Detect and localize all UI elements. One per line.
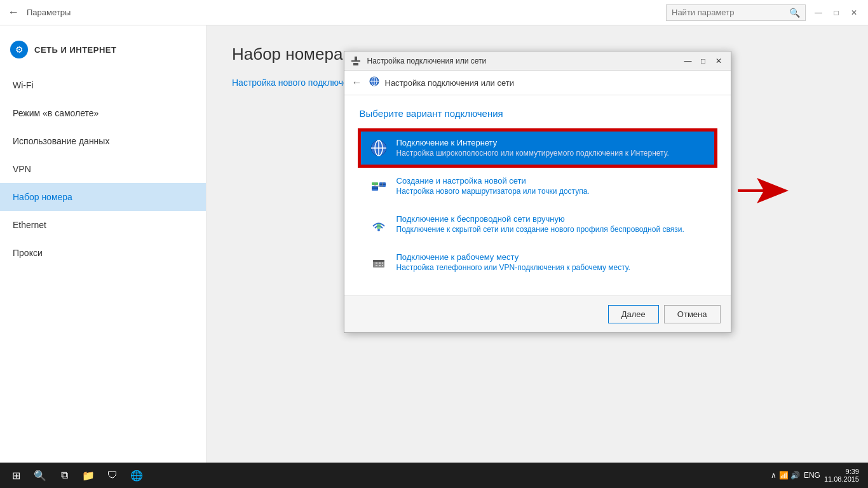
- conn-option-new-network[interactable]: Создание и настройка новой сети Настройк…: [360, 168, 715, 204]
- svg-rect-22: [373, 260, 384, 262]
- svg-rect-28: [382, 265, 383, 266]
- svg-rect-2: [353, 63, 358, 65]
- svg-point-19: [377, 229, 380, 231]
- network-taskbar-button[interactable]: 🌐: [125, 463, 149, 487]
- window-title: Параметры: [27, 8, 71, 17]
- sidebar-item-data-usage[interactable]: Использование данных: [0, 127, 206, 155]
- dialog-wrapper: Настройка подключения или сети — □ ✕ ←: [344, 51, 731, 333]
- start-button[interactable]: ⊞: [4, 463, 28, 487]
- taskbar-system-icons: ∧ 📶 🔊: [771, 471, 800, 480]
- sidebar-item-vpn[interactable]: VPN: [0, 155, 206, 183]
- svg-rect-25: [382, 262, 383, 264]
- svg-rect-23: [376, 262, 377, 264]
- search-input[interactable]: [672, 8, 789, 17]
- dialog-nav-icon: [369, 76, 380, 90]
- conn-option-workplace-desc: Настройка телефонного или VPN-подключени…: [397, 263, 630, 272]
- taskbar-language: ENG: [804, 471, 820, 480]
- dialog-body: Выберите вариант подключения: [344, 95, 731, 295]
- title-bar: ← Параметры 🔍 — □ ✕: [0, 0, 868, 25]
- svg-rect-20: [377, 224, 381, 229]
- conn-option-new-network-desc: Настройка нового маршрутизатора или точк…: [397, 187, 590, 196]
- sidebar-item-airplane[interactable]: Режим «в самолете»: [0, 99, 206, 127]
- dialog-cancel-button[interactable]: Отмена: [664, 305, 721, 323]
- close-button[interactable]: ✕: [848, 6, 860, 19]
- svg-rect-26: [376, 265, 377, 266]
- dialog-title: Настройка подключения или сети: [367, 57, 681, 65]
- conn-option-wireless-text: Подключение к беспроводной сети вручную …: [397, 214, 684, 234]
- settings-taskbar-button[interactable]: 🛡: [100, 463, 125, 487]
- taskbar: ⊞ 🔍 ⧉ 📁 🛡 🌐 ∧ 📶 🔊 ENG 9:39 11.08.2015: [0, 463, 868, 488]
- dialog-window-controls: — □ ✕: [681, 54, 726, 68]
- dialog-titlebar: Настройка подключения или сети — □ ✕: [344, 51, 731, 71]
- dialog-nav: ← Настройка подключения или сети: [344, 71, 731, 95]
- window-controls: — □ ✕: [812, 6, 860, 19]
- dialog-minimize-button[interactable]: —: [681, 54, 695, 68]
- conn-option-workplace[interactable]: Подключение к рабочему месту Настройка т…: [360, 245, 715, 280]
- svg-rect-24: [379, 262, 381, 264]
- taskbar-right: ∧ 📶 🔊 ENG 9:39 11.08.2015: [771, 468, 864, 483]
- file-explorer-button[interactable]: 📁: [76, 463, 100, 487]
- conn-option-workplace-title: Подключение к рабочему месту: [397, 252, 630, 262]
- conn-option-workplace-text: Подключение к рабочему месту Настройка т…: [397, 252, 630, 272]
- dialog-maximize-button[interactable]: □: [696, 54, 710, 68]
- dialog-network-icon: [349, 55, 362, 67]
- search-box[interactable]: 🔍: [666, 4, 806, 21]
- dialog-heading: Выберите вариант подключения: [360, 108, 715, 119]
- settings-icon: ⚙: [10, 41, 28, 58]
- sidebar-item-wifi[interactable]: Wi-Fi: [0, 71, 206, 99]
- svg-rect-12: [372, 187, 378, 189]
- sidebar-item-ethernet[interactable]: Ethernet: [0, 211, 206, 239]
- conn-option-internet-icon: [369, 138, 389, 158]
- task-view-button[interactable]: ⧉: [52, 463, 76, 487]
- sidebar-item-proxy[interactable]: Прокси: [0, 239, 206, 267]
- conn-option-new-network-icon: [369, 176, 389, 196]
- dialog-back-button[interactable]: ←: [352, 77, 362, 88]
- main-layout: ⚙ СЕТЬ И ИНТЕРНЕТ Wi-Fi Режим «в самолет…: [0, 25, 868, 463]
- dialog-overlay: Настройка подключения или сети — □ ✕ ←: [207, 25, 868, 463]
- dialog-nav-title: Настройка подключения или сети: [385, 78, 514, 88]
- dialog-close-button[interactable]: ✕: [712, 54, 726, 68]
- conn-option-internet-title: Подключение к Интернету: [397, 138, 669, 147]
- conn-option-new-network-title: Создание и настройка новой сети: [397, 176, 590, 186]
- search-icon: 🔍: [789, 8, 800, 18]
- dialog-next-button[interactable]: Далее: [608, 305, 659, 323]
- search-button[interactable]: 🔍: [28, 463, 52, 487]
- svg-rect-1: [355, 57, 357, 60]
- sidebar-item-dial-up[interactable]: Набор номера: [0, 183, 206, 211]
- minimize-button[interactable]: —: [812, 6, 825, 19]
- taskbar-time: 9:39: [846, 468, 859, 475]
- conn-option-wireless-manual[interactable]: Подключение к беспроводной сети вручную …: [360, 207, 715, 242]
- sidebar-title: СЕТЬ И ИНТЕРНЕТ: [34, 45, 116, 55]
- conn-option-internet[interactable]: Подключение к Интернету Настройка широко…: [360, 130, 715, 166]
- dialog-footer: Далее Отмена: [344, 295, 731, 332]
- content-area: Набор номера Настройка нового подключени…: [207, 25, 868, 463]
- taskbar-date: 11.08.2015: [824, 475, 859, 483]
- svg-marker-29: [738, 178, 789, 203]
- red-arrow: [738, 178, 789, 206]
- conn-option-wireless-icon: [369, 214, 389, 234]
- conn-option-internet-desc: Настройка широкополосного или коммутируе…: [397, 149, 669, 158]
- back-button[interactable]: ←: [8, 6, 19, 19]
- conn-option-workplace-icon: [369, 252, 389, 273]
- dialog: Настройка подключения или сети — □ ✕ ←: [344, 51, 731, 333]
- svg-rect-27: [379, 265, 381, 266]
- conn-option-wireless-title: Подключение к беспроводной сети вручную: [397, 214, 684, 224]
- conn-option-new-network-text: Создание и настройка новой сети Настройк…: [397, 176, 590, 196]
- sidebar: ⚙ СЕТЬ И ИНТЕРНЕТ Wi-Fi Режим «в самолет…: [0, 25, 207, 463]
- conn-option-internet-text: Подключение к Интернету Настройка широко…: [397, 138, 669, 158]
- maximize-button[interactable]: □: [830, 6, 843, 19]
- sidebar-header: ⚙ СЕТЬ И ИНТЕРНЕТ: [0, 32, 206, 71]
- svg-rect-0: [351, 60, 360, 62]
- conn-option-wireless-desc: Подключение к скрытой сети или создание …: [397, 225, 684, 234]
- taskbar-clock: 9:39 11.08.2015: [824, 468, 859, 483]
